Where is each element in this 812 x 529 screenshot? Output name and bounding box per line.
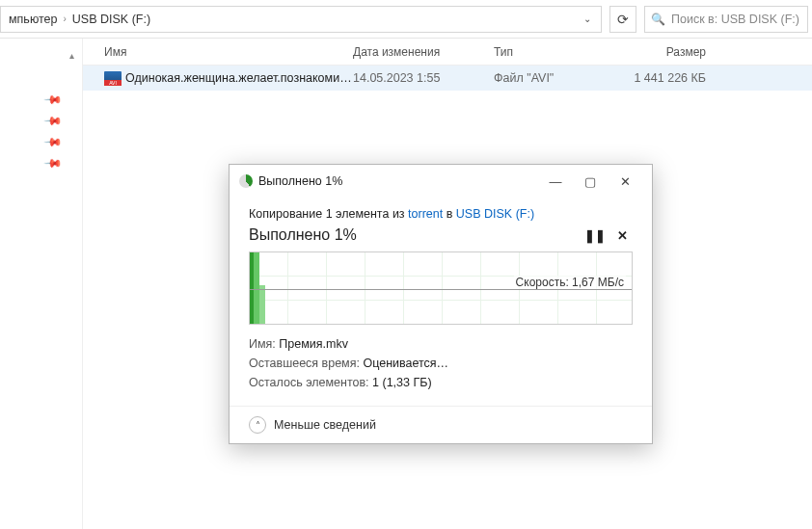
col-size[interactable]: Размер	[609, 45, 725, 59]
fewer-details-button[interactable]: ˄ Меньше сведений	[230, 406, 652, 443]
minimize-button[interactable]: —	[538, 168, 573, 195]
pin-icon[interactable]: 📌	[43, 132, 64, 152]
copy-description: Копирование 1 элемента из torrent в USB …	[249, 207, 633, 221]
pin-icon[interactable]: 📌	[43, 111, 64, 131]
chevron-down-icon[interactable]: ⌄	[578, 13, 597, 24]
close-button[interactable]: ✕	[608, 168, 642, 195]
file-size: 1 441 226 КБ	[609, 71, 725, 85]
items-remaining: 1 (1,33 ГБ)	[372, 376, 432, 389]
file-name: Одинокая.женщина.желает.познакоми…	[125, 71, 353, 85]
copy-progress-dialog: Выполнено 1% — ▢ ✕ Копирование 1 элемент…	[229, 164, 653, 444]
copy-progress-icon	[239, 174, 253, 188]
col-type[interactable]: Тип	[494, 45, 609, 59]
col-name[interactable]: Имя	[104, 45, 353, 59]
breadcrumb-seg-drive[interactable]: USB DISK (F:)	[68, 13, 154, 26]
left-gutter: ▴ 📌 📌 📌 📌	[0, 39, 83, 529]
column-headers: Имя Дата изменения Тип Размер	[83, 39, 812, 66]
source-link[interactable]: torrent	[408, 207, 443, 221]
cancel-button[interactable]: ✕	[611, 225, 633, 246]
address-bar[interactable]: мпьютер › USB DISK (F:) ⌄	[0, 6, 602, 33]
refresh-icon: ⟳	[617, 12, 629, 27]
pin-icon[interactable]: 📌	[43, 90, 64, 110]
col-date[interactable]: Дата изменения	[353, 45, 494, 59]
progress-label: Выполнено 1%	[249, 226, 579, 244]
dialog-titlebar[interactable]: Выполнено 1% — ▢ ✕	[230, 165, 652, 198]
search-icon: 🔍	[651, 13, 665, 26]
dest-link[interactable]: USB DISK (F:)	[456, 207, 534, 221]
speed-graph: Скорость: 1,67 МБ/с	[249, 251, 633, 325]
item-name: Премия.mkv	[279, 337, 348, 351]
maximize-button[interactable]: ▢	[573, 168, 608, 195]
pause-button[interactable]: ❚❚	[584, 225, 606, 246]
dialog-title: Выполнено 1%	[258, 174, 538, 188]
copy-details: Имя: Премия.mkv Оставшееся время: Оценив…	[249, 334, 633, 392]
breadcrumb-seg-computer[interactable]: мпьютер	[5, 13, 61, 26]
chevron-right-icon: ›	[61, 13, 68, 24]
time-remaining: Оценивается…	[363, 357, 448, 370]
search-placeholder: Поиск в: USB DISK (F:)	[671, 13, 799, 26]
file-type: Файл "AVI"	[494, 71, 609, 85]
refresh-button[interactable]: ⟳	[609, 6, 636, 33]
file-date: 14.05.2023 1:55	[353, 71, 494, 85]
table-row[interactable]: Одинокая.женщина.желает.познакоми… 14.05…	[83, 66, 812, 91]
scroll-up-icon[interactable]: ▴	[69, 50, 74, 61]
pin-icon[interactable]: 📌	[43, 153, 64, 173]
search-input[interactable]: 🔍 Поиск в: USB DISK (F:)	[644, 6, 808, 33]
avi-file-icon	[104, 71, 122, 85]
speed-readout: Скорость: 1,67 МБ/с	[514, 276, 626, 289]
chevron-up-icon: ˄	[249, 416, 266, 434]
